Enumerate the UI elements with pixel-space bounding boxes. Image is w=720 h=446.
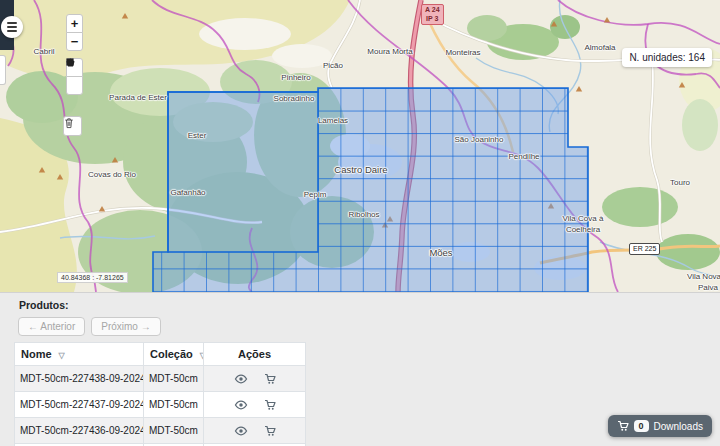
table-row: MDT-50cm-227438-09-2024MDT-50cm (15, 366, 306, 392)
square-icon (66, 58, 74, 66)
map-place-label: Moura Morta (367, 47, 412, 56)
eye-icon (234, 426, 248, 436)
sort-icon[interactable]: ▽ (59, 351, 65, 360)
map-place-label: Vila Nova (687, 272, 720, 281)
map-place-label: Lamelas (318, 116, 348, 125)
clear-selection-button[interactable] (63, 116, 82, 136)
column-header-label: Coleção (150, 348, 193, 360)
cart-icon (264, 373, 276, 385)
product-name-cell: MDT-50cm-227437-09-2024 (15, 392, 144, 418)
map-place-label: Covas do Rio (88, 170, 136, 179)
draw-control (66, 58, 83, 95)
map-place-label: Pinheiro (281, 73, 310, 82)
product-name-cell: MDT-50cm-227436-09-2024 (15, 418, 144, 444)
map-place-label: Castro Daire (334, 164, 387, 175)
add-to-cart-button[interactable] (264, 399, 276, 411)
view-product-button[interactable] (234, 374, 248, 384)
column-header-nome[interactable]: Nome▽ (15, 343, 144, 366)
cart-icon (617, 420, 629, 432)
product-name-cell: MDT-50cm-227438-09-2024 (15, 366, 144, 392)
map-place-label: Coelheira (566, 225, 600, 234)
column-header-label: Ações (238, 348, 271, 360)
table-row: MDT-50cm-227437-09-2024MDT-50cm (15, 392, 306, 418)
road-badge-a24: A 24 IP 3 (421, 4, 444, 25)
panel-title: Produtos: (19, 299, 69, 311)
product-actions-cell (204, 418, 306, 444)
sort-icon[interactable]: ▽ (200, 351, 204, 360)
cart-icon (264, 425, 276, 437)
road-badge-er225: ER 225 (629, 243, 660, 255)
product-actions-cell (204, 392, 306, 418)
trash-icon (64, 117, 74, 129)
map-place-label: Ribolhos (348, 210, 379, 219)
hamburger-icon (7, 22, 17, 24)
map-place-label: Touro (670, 178, 690, 187)
products-table: Nome▽Coleção▽Ações MDT-50cm-227438-09-20… (14, 342, 306, 446)
product-collection-cell: MDT-50cm (144, 392, 204, 418)
add-to-cart-button[interactable] (264, 425, 276, 437)
eye-icon (234, 374, 248, 384)
zoom-in-button[interactable]: + (66, 14, 83, 33)
map-place-label: Pendilhe (508, 152, 539, 161)
product-collection-cell: MDT-50cm (144, 418, 204, 444)
view-product-button[interactable] (234, 426, 248, 436)
map-place-label: Paiva (698, 283, 718, 292)
map-place-label: Sobradinho (274, 94, 315, 103)
table-body: MDT-50cm-227438-09-2024MDT-50cmMDT-50cm-… (15, 366, 306, 446)
map-canvas[interactable]: CabrilParada de EsterEsterCovas do RioGa… (0, 0, 720, 292)
map-place-label: Almofala (584, 43, 615, 52)
downloads-button[interactable]: 0 Downloads (608, 415, 713, 437)
map-place-label: São Joaninho (455, 135, 504, 144)
view-product-button[interactable] (234, 400, 248, 410)
column-header-label: Nome (21, 348, 52, 360)
map-place-label: Mões (429, 247, 452, 258)
next-button[interactable]: Próximo → (91, 317, 160, 336)
downloads-count-badge: 0 (634, 420, 649, 432)
column-header-coleção[interactable]: Coleção▽ (144, 343, 204, 366)
map-place-label: Vila Cova à (563, 214, 604, 223)
map-place-label: Picão (323, 61, 343, 70)
column-header-ações: Ações (204, 343, 306, 366)
cart-icon (264, 399, 276, 411)
app-window: CabrilParada de EsterEsterCovas do RioGa… (0, 0, 720, 446)
previous-button[interactable]: ← Anterior (18, 317, 85, 336)
zoom-control: + − (66, 14, 83, 51)
map-place-label: Parada de Ester (109, 93, 167, 102)
map-place-label: Monteiras (445, 48, 480, 57)
map-place-label: Gafanhão (170, 188, 205, 197)
map-place-label: Pepim (304, 190, 327, 199)
product-collection-cell: MDT-50cm (144, 366, 204, 392)
zoom-out-button[interactable]: − (66, 32, 83, 51)
pagination: ← Anterior Próximo → (18, 317, 161, 336)
downloads-label: Downloads (654, 421, 703, 432)
product-actions-cell (204, 366, 306, 392)
eye-icon (234, 400, 248, 410)
mouse-coordinates: 40.84368 : -7.81265 (57, 272, 128, 283)
table-row: MDT-50cm-227436-09-2024MDT-50cm (15, 418, 306, 444)
map-place-label: Ester (188, 131, 207, 140)
add-to-cart-button[interactable] (264, 373, 276, 385)
draw-rectangle-button[interactable] (66, 76, 83, 95)
collapsed-sidebar-edge[interactable] (0, 55, 6, 85)
units-count-badge: N. unidades: 164 (622, 48, 712, 67)
table-header-row: Nome▽Coleção▽Ações (15, 343, 306, 366)
menu-toggle-button[interactable] (1, 16, 23, 38)
map-place-label: Cabril (34, 47, 55, 56)
